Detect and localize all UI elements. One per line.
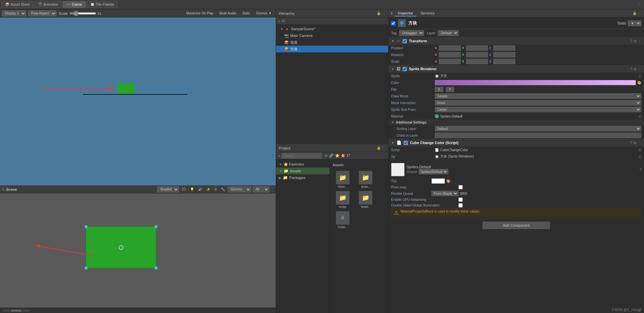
project-add-button[interactable]: + — [278, 154, 280, 158]
object-active-checkbox[interactable] — [391, 21, 395, 26]
sprite-renderer-help-button[interactable]: ? — [630, 67, 632, 71]
transform-header[interactable]: ▼ ↔ Transform ? ⚙ ⋮ — [388, 37, 644, 45]
inspector-tab-inspector[interactable]: Inspector — [394, 10, 416, 16]
tree-item-ground[interactable]: 📦 地基 — [276, 39, 388, 46]
scene-effects-button[interactable]: ✨ — [205, 187, 212, 191]
scale-slider[interactable] — [69, 12, 96, 14]
hierarchy-more-icon[interactable]: ⋮ — [382, 11, 385, 15]
asset-item-script[interactable]: 📁 script — [333, 191, 353, 209]
transform-more-button[interactable]: ⋮ — [638, 39, 641, 43]
project-star-icon[interactable]: ⭐ — [335, 153, 340, 158]
gpu-instancing-checkbox[interactable] — [458, 197, 463, 202]
pos-z-input[interactable]: -1.26551 — [493, 45, 515, 51]
project-favorites-folder[interactable]: ▼ ⭐ Favorites — [276, 161, 330, 168]
flip-y-button[interactable]: Y — [446, 87, 454, 92]
scene-handle-tl[interactable] — [85, 225, 87, 228]
inspector-tab-services[interactable]: Services — [417, 10, 438, 16]
scene-center-handle[interactable] — [119, 245, 123, 250]
aspect-select[interactable]: Free Aspect — [28, 10, 56, 16]
mute-audio-button[interactable]: Mute Audio — [218, 11, 238, 15]
tree-item-main-camera[interactable]: 📷 Main Camera — [276, 32, 388, 39]
tab-animator[interactable]: 🎬 Animator — [34, 1, 62, 8]
cube-script-header[interactable]: ▼ 📄 Cube Change Color (Script) ? ⚙ ⋮ — [388, 139, 644, 146]
sprite-target-icon[interactable]: ⊙ — [639, 74, 641, 78]
rot-y-input[interactable]: 0 — [466, 52, 488, 57]
project-link-icon[interactable]: 🔗 — [329, 153, 334, 158]
sp-target-icon[interactable]: ⊙ — [639, 155, 641, 159]
scene-shaded-select[interactable]: Shaded — [157, 186, 179, 192]
asset-item-hum[interactable]: 📁 Hum... — [333, 171, 353, 188]
tint-color[interactable] — [431, 178, 445, 184]
asset-item-testp[interactable]: 📁 TestP... — [355, 191, 376, 209]
stats-button[interactable]: Stats — [240, 11, 252, 15]
tab-game[interactable]: 🎮 Game — [63, 1, 86, 8]
inspector-lock-icon[interactable]: 🔒 — [633, 11, 637, 15]
material-help-button[interactable]: ? — [639, 168, 641, 172]
scene-more-icon[interactable]: ⋮ — [271, 187, 274, 191]
pos-y-input[interactable]: -1.13 — [466, 45, 488, 51]
color-picker[interactable] — [435, 80, 636, 85]
gizmos-button[interactable]: Gizmos ▼ — [254, 11, 274, 15]
scale-y-input[interactable]: 1 — [466, 59, 488, 64]
scene-all-select[interactable]: All — [253, 186, 269, 192]
scene-handle-bl[interactable] — [85, 267, 87, 269]
project-lock-icon[interactable]: 🔒 — [377, 146, 381, 150]
hierarchy-add-button[interactable]: + — [278, 19, 280, 23]
scene-gizmos-select[interactable]: Gizmos — [228, 186, 251, 192]
project-assets-folder[interactable]: ▼ 📁 Assets — [276, 168, 330, 174]
tab-asset-store[interactable]: 📦 Asset Store — [1, 1, 33, 8]
rot-z-input[interactable]: 0 — [493, 52, 515, 57]
sprite-renderer-header[interactable]: ▼ 🖼 Sprite Renderer ? ⚙ ⋮ — [388, 65, 644, 73]
hierarchy-lock-icon[interactable]: 🔒 — [377, 11, 381, 15]
scene-audio-button[interactable]: 🔊 — [197, 187, 203, 191]
asset-item-scene[interactable]: 📁 Scen... — [355, 171, 376, 188]
asset-item-cube[interactable]: # Cube... — [333, 211, 353, 229]
transform-settings-button[interactable]: ⚙ — [634, 39, 637, 43]
flip-x-button[interactable]: X — [435, 87, 443, 92]
scene-grid-button[interactable]: ⊞ — [213, 187, 218, 191]
scale-x-input[interactable]: 1 — [439, 59, 461, 64]
material-target-icon[interactable]: ⊙ — [639, 115, 641, 118]
sprite-renderer-more-button[interactable]: ⋮ — [638, 67, 641, 71]
sprite-sort-select[interactable]: Center — [435, 107, 641, 112]
static-dropdown[interactable]: ▼ — [628, 20, 641, 26]
scene-2d-button[interactable]: 2D — [180, 187, 187, 191]
scene-light-button[interactable]: 💡 — [189, 187, 195, 191]
project-search-input[interactable] — [281, 153, 322, 159]
cube-script-checkbox[interactable] — [404, 141, 408, 145]
draw-mode-select[interactable]: Simple — [435, 93, 641, 99]
scene-tools-button[interactable]: 🔧 — [220, 187, 226, 191]
color-eyedropper-icon[interactable]: 🎨 — [637, 81, 641, 85]
tab-tile-palette[interactable]: 🔲 Tile Palette — [86, 1, 118, 8]
hierarchy-tree[interactable]: ▼ 🔺 SampleScene* 📷 Main Camera 📦 地基 📦 方块 — [276, 25, 388, 144]
scene-handle-tr[interactable] — [155, 225, 157, 228]
maximize-on-play-button[interactable]: Maximize On Play — [184, 11, 216, 15]
render-queue-select[interactable]: From Shader — [431, 191, 458, 196]
script-target-icon[interactable]: ⊙ — [639, 148, 641, 152]
sorting-layer-select[interactable]: Default — [435, 126, 641, 131]
double-sided-checkbox[interactable] — [458, 203, 463, 208]
sprite-renderer-settings-button[interactable]: ⚙ — [634, 67, 637, 71]
inspector-more-icon[interactable]: ⋮ — [638, 11, 641, 15]
mask-interaction-select[interactable]: None — [435, 100, 641, 105]
project-packages-folder[interactable]: ▶ 📁 Packages — [276, 174, 330, 181]
scale-z-input[interactable]: 1 — [493, 59, 515, 64]
layer-select[interactable]: Default — [438, 30, 459, 36]
order-layer-input[interactable]: 0 — [435, 133, 641, 138]
transform-help-button[interactable]: ? — [630, 39, 632, 43]
sprite-renderer-checkbox[interactable] — [403, 67, 407, 71]
cube-script-settings-button[interactable]: ⚙ — [634, 141, 637, 145]
project-more-icon[interactable]: ⋮ — [382, 146, 385, 150]
additional-settings-header[interactable]: ▼ Additional Settings — [388, 120, 644, 125]
cube-script-help-button[interactable]: ? — [630, 141, 632, 145]
tree-item-samplescene[interactable]: ▼ 🔺 SampleScene* — [276, 26, 388, 32]
pos-x-input[interactable]: -1.25 — [439, 45, 461, 51]
rot-x-input[interactable]: 0 — [439, 52, 461, 57]
cube-script-more-button[interactable]: ⋮ — [638, 141, 641, 145]
add-component-button[interactable]: Add Component — [483, 222, 550, 229]
project-view-icon[interactable]: ⊞ — [325, 153, 328, 158]
shader-select[interactable]: Sprites/Default — [419, 169, 448, 174]
tabs-more-button[interactable]: ⋮ — [635, 2, 643, 7]
pixel-snap-checkbox[interactable] — [458, 185, 463, 189]
scene-handle-br[interactable] — [155, 267, 157, 269]
